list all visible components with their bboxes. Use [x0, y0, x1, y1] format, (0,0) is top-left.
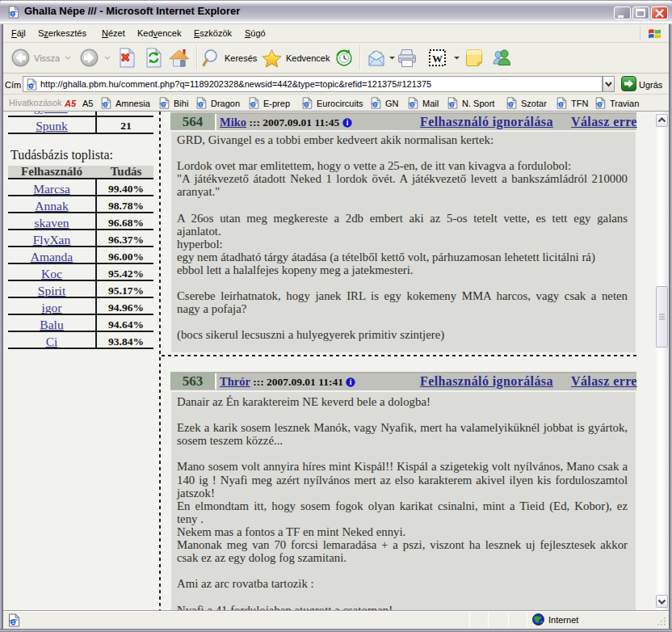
svg-text:W: W	[432, 53, 443, 65]
svg-text:i: i	[350, 378, 352, 386]
svg-text:A5: A5	[65, 99, 77, 108]
svg-text:i: i	[346, 119, 348, 127]
